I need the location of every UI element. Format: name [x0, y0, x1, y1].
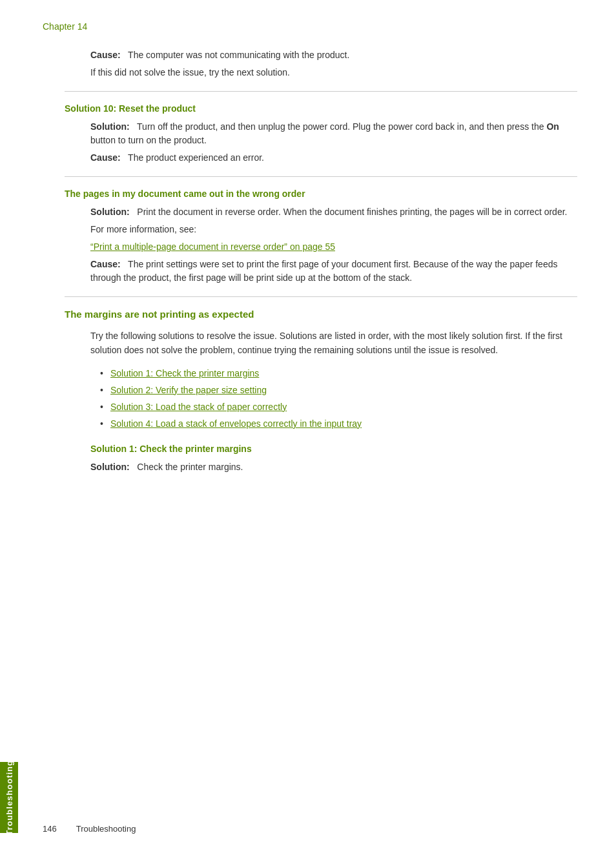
solution-1-text: Solution: Check the printer margins.	[90, 460, 577, 474]
cause-label-10: Cause:	[90, 152, 121, 163]
solution-label-10: Solution:	[90, 121, 130, 132]
solution-10-indented: Solution: Turn off the product, and then…	[90, 120, 577, 165]
wrong-order-more-info: For more information, see:	[90, 223, 577, 236]
chapter-label: Chapter 14	[43, 21, 87, 32]
cause-label-top: Cause:	[90, 50, 121, 60]
solution-1-link[interactable]: Solution 1: Check the printer margins	[110, 368, 259, 378]
top-cause-section: Cause: The computer was not communicatin…	[65, 48, 577, 79]
page-number: 146	[43, 824, 57, 834]
solution-10-solution-text: Solution: Turn off the product, and then…	[90, 120, 577, 147]
solution-1-heading: Solution 1: Check the printer margins	[90, 444, 577, 454]
wrong-order-link[interactable]: “Print a multiple-page document in rever…	[90, 240, 577, 254]
main-content: Cause: The computer was not communicatin…	[65, 48, 577, 474]
solution-2-link[interactable]: Solution 2: Verify the paper size settin…	[110, 385, 267, 395]
list-item: Solution 4: Load a stack of envelopes co…	[100, 417, 577, 431]
solution-3-link[interactable]: Solution 3: Load the stack of paper corr…	[110, 402, 287, 412]
margins-heading: The margins are not printing as expected	[65, 309, 577, 320]
wrong-order-block: The pages in my document came out in the…	[65, 189, 577, 285]
list-item: Solution 3: Load the stack of paper corr…	[100, 400, 577, 414]
margins-block: The margins are not printing as expected…	[65, 309, 577, 474]
top-cause-text: Cause: The computer was not communicatin…	[90, 48, 577, 62]
margins-intro-text: Try the following solutions to resolve t…	[90, 329, 577, 358]
side-tab-label: Troubleshooting	[5, 760, 14, 836]
top-followup-text: If this did not solve the issue, try the…	[90, 66, 577, 79]
list-item: Solution 2: Verify the paper size settin…	[100, 384, 577, 397]
wrong-order-solution-text: Solution: Print the document in reverse …	[90, 205, 577, 219]
side-tab: Troubleshooting	[0, 762, 18, 833]
solution-4-link[interactable]: Solution 4: Load a stack of envelopes co…	[110, 418, 362, 429]
solution-1-indented: Solution: Check the printer margins.	[90, 460, 577, 474]
wrong-order-cause-text: Cause: The print settings were set to pr…	[90, 258, 577, 285]
wrong-order-heading: The pages in my document came out in the…	[65, 189, 577, 199]
divider-2	[65, 176, 577, 177]
margins-bullet-list: Solution 1: Check the printer margins So…	[100, 367, 577, 431]
list-item: Solution 1: Check the printer margins	[100, 367, 577, 380]
top-cause-indented: Cause: The computer was not communicatin…	[90, 48, 577, 79]
divider-3	[65, 296, 577, 297]
footer: 146 Troubleshooting	[43, 824, 136, 834]
solution-10-heading: Solution 10: Reset the product	[65, 103, 577, 114]
solution-label-1: Solution:	[90, 462, 130, 472]
solution-10-cause-text: Cause: The product experienced an error.	[90, 151, 577, 165]
cause-label-wo: Cause:	[90, 259, 121, 269]
solution-label-wo: Solution:	[90, 207, 130, 217]
solution-10-block: Solution 10: Reset the product Solution:…	[65, 103, 577, 165]
wrong-order-indented: Solution: Print the document in reverse …	[90, 205, 577, 285]
footer-label: Troubleshooting	[76, 824, 136, 834]
divider-1	[65, 91, 577, 92]
